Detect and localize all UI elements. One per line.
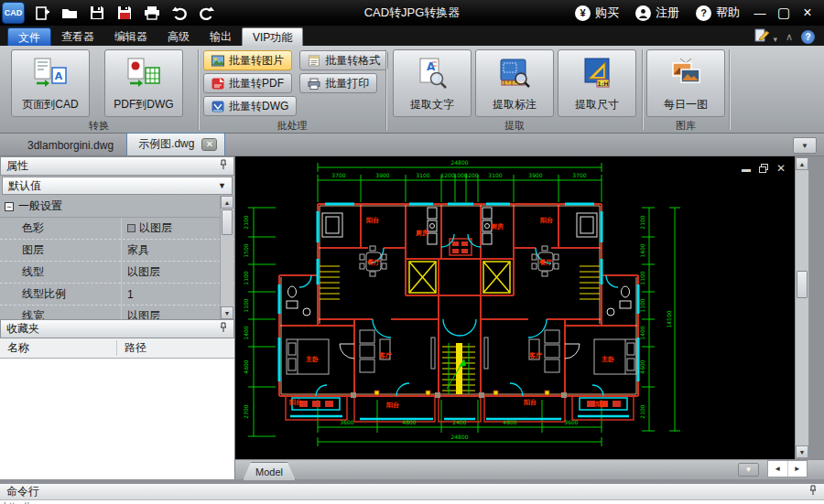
pin-icon[interactable] (219, 159, 228, 173)
tab-list-dropdown-button[interactable]: ▼ (793, 137, 817, 154)
model-tab[interactable]: Model (243, 462, 296, 480)
svg-text:阳台: 阳台 (540, 217, 553, 224)
tab-output[interactable]: 输出 (200, 27, 242, 46)
extract-text-button[interactable]: A 提取文字 (393, 49, 472, 117)
property-row-lineweight[interactable]: 线宽 以图层 (0, 306, 234, 319)
column-name[interactable]: 名称 (0, 340, 117, 356)
register-button[interactable]: 注册 (628, 1, 687, 25)
scroll-down-icon[interactable]: ▼ (221, 306, 233, 319)
group-label: 一般设置 (18, 198, 62, 214)
svg-text:3700: 3700 (331, 172, 345, 178)
doc-tab-example[interactable]: 示例图.dwg ✕ (126, 133, 225, 155)
scroll-down-icon[interactable]: ▼ (796, 445, 808, 458)
scroll-right-icon[interactable]: ► (788, 461, 808, 477)
pin-icon[interactable] (219, 322, 228, 336)
tab-editor[interactable]: 编辑器 (104, 27, 157, 46)
scroll-up-icon[interactable]: ▲ (221, 196, 233, 209)
drawing-close-icon[interactable]: ✕ (776, 162, 786, 175)
group-label-batch: 批处理 (200, 119, 385, 133)
column-path[interactable]: 路径 (117, 340, 146, 356)
pin-icon[interactable] (808, 485, 818, 499)
svg-text:1400: 1400 (639, 326, 645, 339)
svg-text:4600: 4600 (243, 359, 249, 373)
ribbon-group-convert: A 页面到CAD PDF到DWG 转换 (2, 46, 196, 134)
property-label: 线型比例 (22, 286, 66, 302)
extract-dimension-button[interactable]: 1:H 提取尺寸 (558, 49, 636, 117)
maximize-button[interactable]: ▢ (773, 2, 795, 24)
minimize-button[interactable]: — (749, 2, 771, 24)
group-separator (385, 49, 386, 130)
page-to-cad-button[interactable]: A 页面到CAD (11, 49, 90, 117)
svg-text:3700: 3700 (572, 172, 586, 178)
cad-drawing-canvas[interactable]: 阳台厨房厨房阳台餐厅餐厅主卧客厅客厅主卧阳台阳台阳台阳台248003700390… (235, 156, 795, 459)
extract-annotation-button[interactable]: 提取标注 (475, 49, 554, 117)
collapse-ribbon-button[interactable]: ∧ (786, 31, 793, 43)
svg-text:4800: 4800 (503, 419, 516, 425)
save-button[interactable] (83, 1, 111, 25)
favorites-list[interactable] (0, 359, 234, 479)
ribbon: A 页面到CAD PDF到DWG 转换 批量转图片 批量转PDF 批量转DW (0, 46, 824, 134)
batch-to-pdf-button[interactable]: 批量转PDF (203, 73, 292, 93)
buy-button[interactable]: ¥ 购买 (568, 1, 626, 25)
svg-text:3600: 3600 (564, 419, 578, 425)
collapse-group-icon[interactable]: − (5, 202, 14, 211)
drawing-minimize-icon[interactable]: ▬ (742, 164, 751, 174)
menu-tab-bar: 文件 查看器 编辑器 高级 输出 VIP功能 ▾ ∧ ? (0, 26, 824, 46)
svg-text:1100: 1100 (639, 271, 645, 284)
undo-icon (170, 5, 189, 21)
tab-advanced[interactable]: 高级 (157, 27, 200, 46)
scrollbar-thumb[interactable] (797, 271, 808, 298)
quick-help-button[interactable]: ? (801, 30, 815, 44)
property-row-linetype-scale[interactable]: 线型比例 1 (0, 284, 234, 306)
batch-to-image-button[interactable]: 批量转图片 (203, 50, 292, 70)
tab-viewer[interactable]: 查看器 (51, 27, 104, 46)
layout-expand-button[interactable]: ▼ (738, 463, 759, 477)
scrollbar-thumb[interactable] (222, 209, 233, 235)
scroll-up-icon[interactable]: ▲ (796, 157, 808, 170)
batch-to-dwg-button[interactable]: 批量转DWG (203, 96, 297, 116)
daily-image-button[interactable]: 每日一图 (646, 49, 725, 117)
svg-text:2700: 2700 (243, 404, 249, 418)
button-label: 提取文字 (410, 97, 454, 113)
property-value: 家具 (127, 242, 149, 258)
batch-print-button[interactable]: 批量打印 (299, 73, 377, 93)
new-file-button[interactable] (28, 1, 56, 25)
close-button[interactable]: × (797, 2, 819, 24)
command-line-output[interactable]: http://www. (0, 500, 824, 504)
svg-text:餐厅: 餐厅 (367, 259, 380, 266)
tab-file[interactable]: 文件 (7, 27, 51, 46)
save-icon (89, 5, 105, 21)
register-label: 注册 (656, 5, 679, 21)
print-button[interactable] (138, 1, 166, 25)
svg-text:阳台: 阳台 (289, 399, 302, 406)
property-grid-scrollbar[interactable]: ▲ ▼ (220, 196, 233, 319)
group-separator (198, 49, 199, 130)
titlebar-actions: ¥ 购买 注册 ? 帮助 — ▢ × (568, 1, 824, 25)
pdf-to-dwg-button[interactable]: PDF到DWG (104, 49, 183, 117)
property-row-color[interactable]: 色彩 以图层 (0, 218, 234, 240)
property-row-layer[interactable]: 图层 家具 (0, 240, 234, 262)
drawing-restore-icon[interactable] (759, 160, 768, 177)
open-file-button[interactable] (56, 1, 83, 25)
shaft-fill-layer (452, 241, 468, 253)
svg-text:阳台: 阳台 (524, 399, 537, 406)
property-row-linetype[interactable]: 线型 以图层 (0, 262, 234, 284)
preset-dropdown[interactable]: 默认值 ▼ (2, 177, 233, 195)
tab-vip[interactable]: VIP功能 (242, 27, 303, 46)
edit-annotate-button[interactable]: ▾ (754, 28, 777, 46)
property-group-row[interactable]: − 一般设置 (0, 196, 234, 218)
undo-button[interactable] (166, 1, 193, 25)
svg-text:1100: 1100 (243, 298, 249, 312)
scroll-left-icon[interactable]: ◄ (768, 461, 788, 477)
drawing-vertical-scrollbar[interactable]: ▲ ▼ (795, 156, 809, 459)
redo-button[interactable] (193, 1, 221, 25)
print-icon (143, 5, 161, 21)
batch-convert-format-button[interactable]: 批量转格式 (299, 50, 388, 70)
save-as-pdf-button[interactable] (111, 1, 138, 25)
help-button[interactable]: ? 帮助 (688, 1, 747, 25)
command-line-clipped-text: http://www. (4, 500, 53, 504)
command-line-header[interactable]: 命令行 (0, 483, 824, 500)
close-tab-icon[interactable]: ✕ (201, 138, 217, 151)
elevator-layer (409, 262, 510, 293)
doc-tab-3dlamborgini[interactable]: 3dlamborgini.dwg (15, 135, 126, 155)
